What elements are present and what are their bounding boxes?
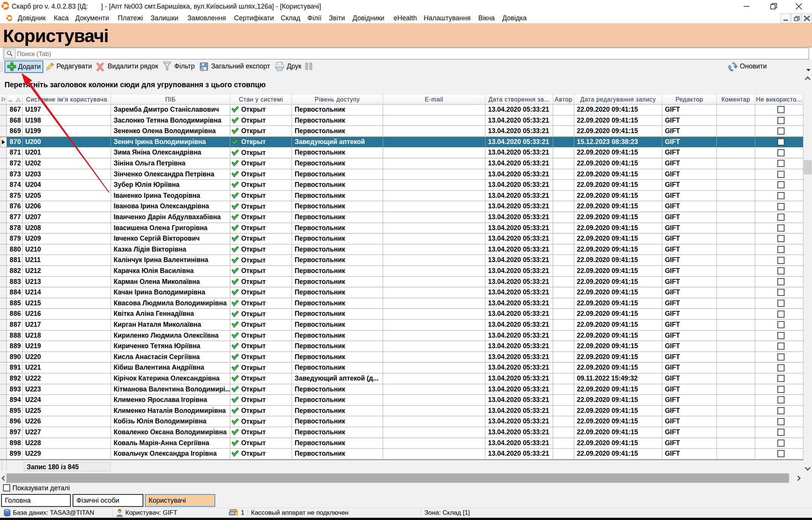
svg-text:$: $ xyxy=(235,509,236,512)
